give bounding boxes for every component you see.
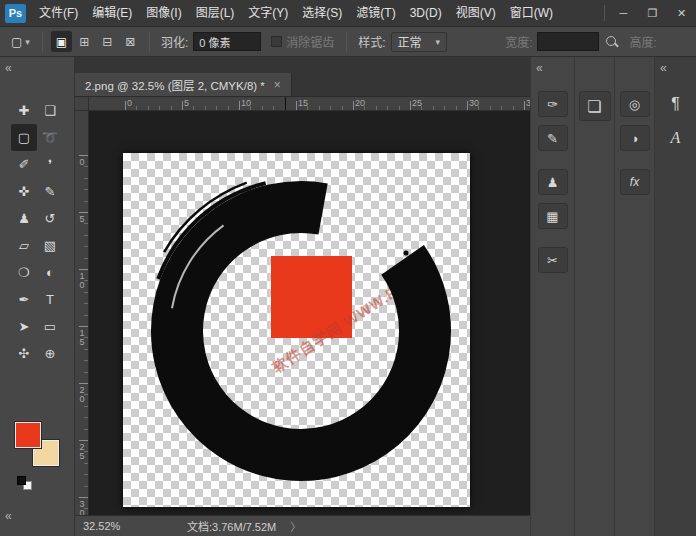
subtract-from-selection-button[interactable]: ⊟ xyxy=(97,31,118,52)
styles-panel-button[interactable]: ◎ xyxy=(620,91,650,117)
zoom-level-field[interactable]: 32.52% xyxy=(83,520,135,532)
menu-window[interactable]: 窗口(W) xyxy=(503,0,560,26)
menu-type[interactable]: 文字(Y) xyxy=(241,0,295,26)
pen-tool-button[interactable]: ✒ xyxy=(11,286,37,313)
document-size-info: 文档:3.76M/7.52M xyxy=(187,518,276,534)
ruler-number: 10 xyxy=(241,98,251,108)
document-tab[interactable]: 2.png @ 32.5% (图层 2, CMYK/8) * × xyxy=(75,73,292,96)
character-styles-panel-button[interactable]: A xyxy=(661,125,691,151)
default-colors-icon[interactable] xyxy=(17,476,35,491)
menu-file[interactable]: 文件(F) xyxy=(32,0,85,26)
clone-stamp-tool-button[interactable]: ♟ xyxy=(11,205,37,232)
status-chevron-icon[interactable]: 〉 xyxy=(290,518,301,534)
rectangular-marquee-tool-button[interactable]: ▢ xyxy=(11,124,37,151)
ruler-corner[interactable] xyxy=(75,97,89,111)
chevron-down-icon: ▾ xyxy=(25,37,30,47)
menu-image[interactable]: 图像(I) xyxy=(139,0,188,26)
photoshop-window: Ps 文件(F) 编辑(E) 图像(I) 图层(L) 文字(Y) 选择(S) 滤… xyxy=(0,0,696,536)
feather-input[interactable] xyxy=(193,32,261,51)
crop-tool-button[interactable]: ❑ xyxy=(37,97,63,124)
lasso-tool-button[interactable]: ➰ xyxy=(37,124,63,151)
search-icon[interactable] xyxy=(605,35,619,49)
foreground-color-swatch[interactable] xyxy=(15,422,41,448)
collapse-tools-icon[interactable]: « xyxy=(5,61,12,75)
intersect-selection-button[interactable]: ⊠ xyxy=(120,31,141,52)
zoom-tool-button[interactable]: ⊕ xyxy=(37,340,63,367)
menu-filter[interactable]: 滤镜(T) xyxy=(349,0,402,26)
default-black-swatch xyxy=(17,476,26,485)
effects-panel-button[interactable]: fx xyxy=(620,169,650,195)
ruler-number: 15 xyxy=(77,328,87,346)
tab-close-icon[interactable]: × xyxy=(274,78,281,92)
marquee-tool-icon: ▢ xyxy=(11,35,22,49)
document-area: 2.png @ 32.5% (图层 2, CMYK/8) * × 0 5 10 … xyxy=(75,57,530,536)
pattern-panel-button[interactable]: ▦ xyxy=(538,203,568,229)
path-selection-tool-button[interactable]: ➤ xyxy=(11,313,37,340)
document-tab-title: 2.png @ 32.5% (图层 2, CMYK/8) * xyxy=(85,77,265,93)
menubar-divider xyxy=(604,5,605,21)
vertical-ruler[interactable]: 0 5 10 15 20 25 30 xyxy=(75,111,89,515)
menu-select[interactable]: 选择(S) xyxy=(295,0,349,26)
menu-edit[interactable]: 编辑(E) xyxy=(85,0,139,26)
chevron-down-icon: ▾ xyxy=(436,37,441,47)
adjustments-panel-button[interactable]: ◑ xyxy=(620,125,650,151)
brush-tool-button[interactable]: ✎ xyxy=(37,178,63,205)
style-select[interactable]: 正常 ▾ xyxy=(391,32,448,52)
ruler-number: 5 xyxy=(184,98,189,108)
dodge-tool-button[interactable]: ◐ xyxy=(37,259,63,286)
clone-source-panel-button[interactable]: ♟ xyxy=(538,169,568,195)
horizontal-ruler[interactable]: 0 5 10 15 20 25 30 35 xyxy=(89,97,530,111)
blur-tool-button[interactable]: ❍ xyxy=(11,259,37,286)
layers-panel-button[interactable]: ❏ xyxy=(579,91,611,121)
tool-options-bar: ▢ ▾ ▣ ⊞ ⊟ ⊠ 羽化: 消除锯齿 样式: 正常 ▾ 宽度: 高度: xyxy=(0,27,696,57)
hand-tool-button[interactable]: ✣ xyxy=(11,340,37,367)
feather-label: 羽化: xyxy=(161,33,188,50)
healing-brush-tool-button[interactable]: ✜ xyxy=(11,178,37,205)
ruler-number: 5 xyxy=(77,214,87,223)
collapse-dock-icon[interactable]: « xyxy=(536,61,543,75)
width-input[interactable] xyxy=(537,32,599,51)
tool-preset-dropdown[interactable]: ▢ ▾ xyxy=(6,33,35,51)
brush-settings-panel-button[interactable]: ✑ xyxy=(538,91,568,117)
rectangle-shape-tool-button[interactable]: ▭ xyxy=(37,313,63,340)
workspace: « ✚ ❑ ▢ ➰ ✐ ❜ ✜ ✎ ♟ ↺ ▱ ▧ ❍ ◐ ✒ T ➤ ▭ xyxy=(0,57,696,536)
collapse-tools-bottom-icon[interactable]: « xyxy=(5,509,12,523)
menu-3d[interactable]: 3D(D) xyxy=(403,0,449,26)
add-to-selection-button[interactable]: ⊞ xyxy=(74,31,95,52)
panel-dock-1: « ✑ ✎ ♟ ▦ ✂ xyxy=(530,57,574,536)
type-tool-button[interactable]: T xyxy=(37,286,63,313)
eraser-tool-button[interactable]: ▱ xyxy=(11,232,37,259)
brushes-panel-button[interactable]: ✎ xyxy=(538,125,568,151)
options-divider xyxy=(42,32,43,52)
canvas-viewport: 0 5 10 15 20 25 30 35 0 5 10 15 xyxy=(75,97,530,515)
collapse-dock2-icon[interactable]: « xyxy=(660,61,667,75)
scissors-panel-button[interactable]: ✂ xyxy=(538,247,568,273)
move-tool-button[interactable]: ✚ xyxy=(11,97,37,124)
cursor-position-marker xyxy=(285,97,286,111)
history-brush-tool-button[interactable]: ↺ xyxy=(37,205,63,232)
panel-dock-4: « ¶ A xyxy=(654,57,696,536)
ruler-number: 30 xyxy=(469,98,479,108)
menu-view[interactable]: 视图(V) xyxy=(449,0,503,26)
minimize-button[interactable]: ─ xyxy=(609,0,638,26)
ruler-number: 25 xyxy=(412,98,422,108)
dock-header: « xyxy=(531,57,574,87)
menu-bar: Ps 文件(F) 编辑(E) 图像(I) 图层(L) 文字(Y) 选择(S) 滤… xyxy=(0,0,696,27)
antialias-checkbox[interactable] xyxy=(271,36,282,47)
close-button[interactable]: ✕ xyxy=(667,0,696,26)
document-canvas[interactable]: 软件自学网 WWW.R xyxy=(123,153,470,507)
eyedropper-tool-button[interactable]: ❜ xyxy=(37,151,63,178)
paragraph-panel-button[interactable]: ¶ xyxy=(661,91,691,117)
ink-circle-artwork xyxy=(123,153,470,507)
restore-button[interactable]: ❐ xyxy=(638,0,667,26)
ruler-number: 30 xyxy=(77,499,87,515)
new-selection-button[interactable]: ▣ xyxy=(51,31,72,52)
status-bar: 32.52% 文档:3.76M/7.52M 〉 xyxy=(75,515,530,536)
ruler-number: 0 xyxy=(127,98,132,108)
quick-selection-tool-button[interactable]: ✐ xyxy=(11,151,37,178)
gradient-tool-button[interactable]: ▧ xyxy=(37,232,63,259)
ruler-number: 35 xyxy=(526,98,530,108)
photoshop-logo-icon[interactable]: Ps xyxy=(5,4,26,23)
pasteboard[interactable]: 软件自学网 WWW.R xyxy=(89,111,530,515)
menu-layer[interactable]: 图层(L) xyxy=(189,0,242,26)
